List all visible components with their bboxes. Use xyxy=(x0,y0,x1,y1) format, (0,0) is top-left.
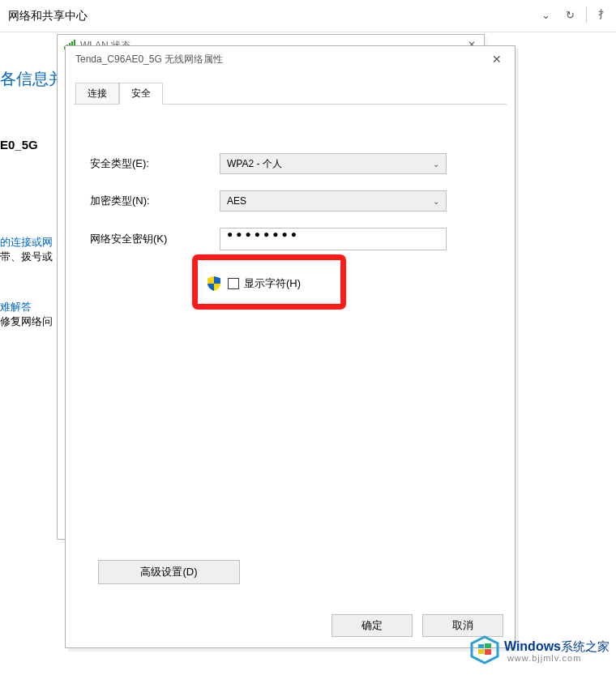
bg-network-name-cut: E0_5G xyxy=(0,138,38,152)
uac-shield-icon xyxy=(207,276,221,291)
watermark-text: Windows系统之家 www.bjjmlv.com xyxy=(504,639,610,664)
bg-trouble1: 难解答 xyxy=(0,300,32,314)
watermark-url: www.bjjmlv.com xyxy=(507,653,610,663)
tab-connection[interactable]: 连接 xyxy=(75,83,119,104)
bg-conn2: 带、拨号或 xyxy=(0,250,53,264)
tab-security[interactable]: 安全 xyxy=(119,83,163,105)
security-type-label: 安全类型(E): xyxy=(90,156,220,171)
network-key-input[interactable]: ●●●●●●●● xyxy=(220,228,447,250)
cancel-button[interactable]: 取消 xyxy=(422,614,503,637)
chevron-down-icon: ⌄ xyxy=(433,197,439,206)
svg-rect-8 xyxy=(478,649,484,654)
network-key-label: 网络安全密钥(K) xyxy=(90,232,220,246)
security-type-select[interactable]: WPA2 - 个人 ⌄ xyxy=(220,153,447,174)
prop-close-button[interactable]: ✕ xyxy=(492,53,502,66)
show-characters-label: 显示字符(H) xyxy=(244,276,301,291)
breadcrumb-text: 网络和共享中心 xyxy=(8,9,88,23)
encryption-type-row: 加密类型(N): AES ⌄ xyxy=(90,190,490,211)
prop-title: Tenda_C96AE0_5G 无线网络属性 xyxy=(75,53,223,66)
top-right-controls: ⌄ ↻ 扌 xyxy=(536,5,613,24)
tabs: 连接 安全 xyxy=(74,83,507,105)
separator xyxy=(586,6,587,23)
svg-rect-7 xyxy=(485,643,491,648)
encryption-type-value: AES xyxy=(227,195,246,207)
advanced-settings-button[interactable]: 高级设置(D) xyxy=(98,560,240,584)
security-type-value: WPA2 - 个人 xyxy=(227,157,282,171)
show-characters-checkbox[interactable] xyxy=(228,278,239,289)
encryption-type-select[interactable]: AES ⌄ xyxy=(220,190,447,211)
breadcrumb-bar: 网络和共享中心 ⌄ ↻ 扌 xyxy=(0,0,616,32)
security-tab-content: 安全类型(E): WPA2 - 个人 ⌄ 加密类型(N): AES ⌄ 网络安全… xyxy=(74,105,507,317)
network-key-row: 网络安全密钥(K) ●●●●●●●● xyxy=(90,228,490,250)
watermark-brand: Windows系统之家 xyxy=(504,639,610,654)
dialog-button-row: 确定 取消 xyxy=(66,604,515,647)
bg-conn1: 的连接或网 xyxy=(0,235,53,250)
prop-titlebar: Tenda_C96AE0_5G 无线网络属性 xyxy=(66,46,515,72)
chevron-down-icon[interactable]: ⌄ xyxy=(536,5,555,24)
search-cut-icon[interactable]: 扌 xyxy=(593,5,613,24)
svg-rect-9 xyxy=(485,649,491,655)
encryption-type-label: 加密类型(N): xyxy=(90,194,220,208)
prop-body: 连接 安全 安全类型(E): WPA2 - 个人 ⌄ 加密类型(N): AES … xyxy=(74,83,507,604)
bg-trouble2: 修复网络问 xyxy=(0,314,53,329)
chevron-down-icon: ⌄ xyxy=(433,160,439,169)
show-characters-row: 显示字符(H) xyxy=(195,267,406,301)
wireless-properties-dialog: Tenda_C96AE0_5G 无线网络属性 ✕ 连接 安全 安全类型(E): … xyxy=(65,45,515,648)
refresh-icon[interactable]: ↻ xyxy=(560,5,580,24)
svg-rect-6 xyxy=(478,644,484,648)
watermark: Windows系统之家 www.bjjmlv.com xyxy=(470,635,610,667)
windows-logo-icon xyxy=(470,635,499,667)
security-type-row: 安全类型(E): WPA2 - 个人 ⌄ xyxy=(90,153,490,174)
ok-button[interactable]: 确定 xyxy=(332,614,413,637)
bg-heading-cut: 各信息并 xyxy=(0,68,65,90)
